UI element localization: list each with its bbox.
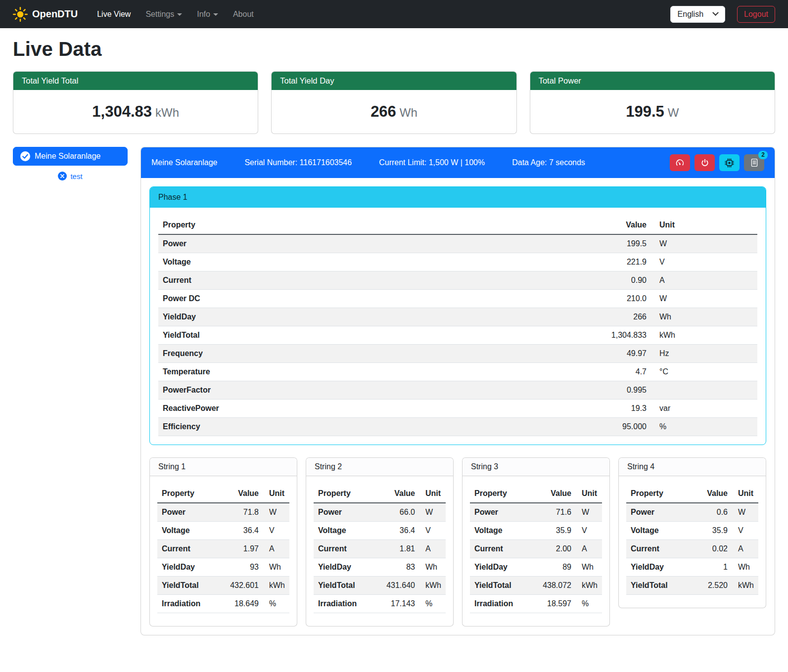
property-cell: YieldDay [158,308,452,326]
property-cell: Power [314,503,370,522]
unit-cell: % [419,595,446,613]
table-row: YieldDay266Wh [158,308,757,326]
value-cell: 199.5 [452,234,651,253]
brand[interactable]: OpenDTU [13,7,78,22]
unit-cell: % [263,595,289,613]
card-body: 266Wh [272,90,516,134]
value-cell: 2.00 [526,540,576,558]
device-info-button[interactable] [719,154,740,171]
value-cell: 95.000 [452,418,651,436]
string-1-card: String 1 Property Value Unit [149,457,297,627]
total-yield-total-card: Total Yield Total 1,304.83kWh [13,71,258,134]
value-cell: 0.995 [452,381,651,400]
unit-cell: W [576,503,602,522]
power-icon [700,158,709,167]
table-header: Property Value Unit [470,485,602,503]
table-row: Current0.02A [626,540,758,558]
total-yield-day-card: Total Yield Day 266Wh [271,71,516,134]
nav-item-about[interactable]: About [226,6,261,23]
chevron-down-icon [712,9,719,16]
column-header-property: Property [158,216,452,234]
language-select[interactable]: English [670,6,725,23]
cpu-icon [725,158,734,168]
logout-button[interactable]: Logout [737,6,775,23]
unit-cell: °C [651,363,757,381]
sun-logo-icon [13,7,28,22]
table-header: Property Value Unit [157,485,289,503]
property-cell: Temperature [158,363,452,381]
power-button[interactable] [695,154,715,171]
page-title: Live Data [13,38,775,60]
table-row: Voltage36.4V [157,522,289,540]
journal-list-icon [750,158,759,167]
total-yield-total-value: 1,304.83 [92,103,152,120]
table-row: Power0.6W [626,503,758,522]
table-row: YieldDay83Wh [314,558,446,577]
card-title: Total Yield Total [13,72,258,90]
sidebar-item-test[interactable]: test [13,172,128,180]
table-row: Current1.97A [157,540,289,558]
value-cell: 0.90 [452,271,651,290]
unit-cell: W [732,503,758,522]
table-header: Property Value Unit [158,216,757,234]
property-cell: Current [626,540,682,558]
property-cell: Power DC [158,290,452,308]
value-cell: 71.6 [526,503,576,522]
event-count-badge: 2 [758,151,768,159]
total-power-value: 199.5 [626,103,664,120]
table-row: Power71.8W [157,503,289,522]
table-row: Current0.90A [158,271,757,290]
table-row: Voltage36.4V [314,522,446,540]
summary-cards-row: Total Yield Total 1,304.83kWh Total Yiel… [13,71,775,134]
unit-cell: kWh [651,326,757,345]
inverter-name: Meine Solaranlage [151,158,217,167]
unit-cell: Wh [732,558,758,577]
value-cell: 71.8 [213,503,263,522]
table-row: Power199.5W [158,234,757,253]
table-row: Current2.00A [470,540,602,558]
property-cell: Power [626,503,682,522]
table-row: ReactivePower19.3var [158,400,757,418]
unit-cell: A [419,540,446,558]
string-card-body: Property Value Unit Power71.6WVoltage35.… [463,476,609,626]
value-cell: 210.0 [452,290,651,308]
string-card-body: Property Value Unit Power71.8WVoltage36.… [150,476,297,626]
value-cell: 431.640 [370,577,419,595]
chevron-down-icon [177,13,182,16]
property-cell: PowerFactor [158,381,452,400]
unit-cell: var [651,400,757,418]
column-header-value: Value [213,485,263,503]
unit-cell: W [651,234,757,253]
string-table: Property Value Unit Power71.8WVoltage36.… [157,485,289,613]
nav-item-settings[interactable]: Settings [138,6,189,23]
limit-settings-button[interactable] [670,154,690,171]
column-header-property: Property [626,485,682,503]
column-header-unit: Unit [576,485,602,503]
value-cell: 266 [452,308,651,326]
nav-links: Live View Settings Info About [90,6,666,23]
page-container: Live Data Total Yield Total 1,304.83kWh … [0,28,788,647]
property-cell: Irradiation [157,595,213,613]
inverter-select-button[interactable]: Meine Solaranlage [13,147,128,166]
nav-item-label: Info [197,10,210,19]
table-row: Voltage35.9V [470,522,602,540]
card-title: Total Power [530,72,775,90]
unit-cell: V [419,522,446,540]
speedometer-icon [675,158,685,168]
table-row: Current1.81A [314,540,446,558]
check-circle-icon [20,151,30,161]
string-3-card: String 3 Property Value Unit [462,457,610,627]
column-header-unit: Unit [651,216,757,234]
nav-item-label: Settings [145,10,174,19]
nav-item-info[interactable]: Info [189,6,226,23]
nav-item-live-view[interactable]: Live View [90,6,138,23]
unit-cell [651,381,757,400]
table-row: Power71.6W [470,503,602,522]
property-cell: YieldDay [157,558,213,577]
event-log-button[interactable]: 2 [744,154,764,171]
string-2-card: String 2 Property Value Unit [306,457,454,627]
inverter-card: Meine Solaranlage Serial Number: 1161716… [140,147,775,635]
table-header: Property Value Unit [626,485,758,503]
value-cell: 18.597 [526,595,576,613]
property-cell: Power [158,234,452,253]
